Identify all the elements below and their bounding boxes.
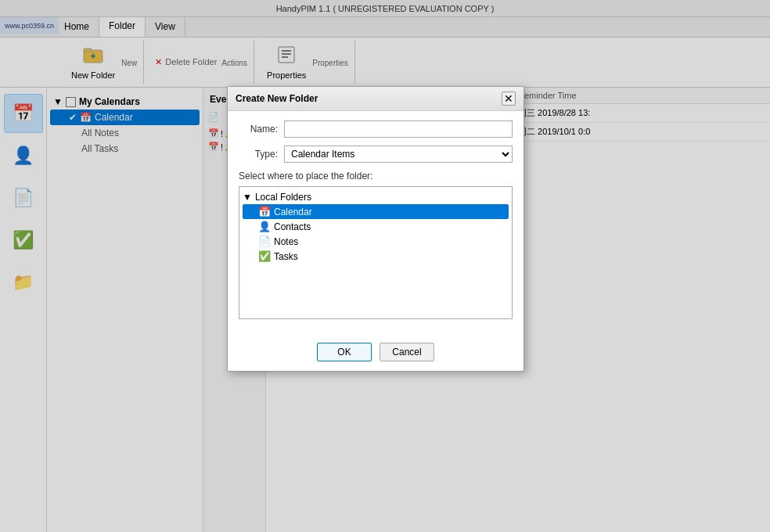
ftree-item-calendar[interactable]: 📅 Calendar bbox=[243, 204, 509, 219]
cancel-button[interactable]: Cancel bbox=[380, 343, 434, 361]
type-row: Type: Calendar Items Contact Items Note … bbox=[239, 146, 513, 163]
ftree-item-label-contacts: Contacts bbox=[274, 221, 311, 232]
type-label: Type: bbox=[239, 149, 278, 160]
ftree-tasks-icon: ✅ bbox=[258, 250, 271, 262]
ftree-item-contacts[interactable]: 👤 Contacts bbox=[243, 219, 509, 234]
create-folder-dialog: Create New Folder ✕ Name: Type: Calendar… bbox=[227, 86, 524, 372]
ftree-calendar-icon: 📅 bbox=[258, 206, 271, 217]
dialog-footer: OK Cancel bbox=[228, 336, 524, 371]
type-select[interactable]: Calendar Items Contact Items Note Items … bbox=[284, 146, 513, 163]
dialog-close-button[interactable]: ✕ bbox=[502, 92, 516, 106]
dialog-title: Create New Folder bbox=[236, 93, 318, 104]
ok-button[interactable]: OK bbox=[317, 343, 372, 361]
ftree-root-label: Local Folders bbox=[255, 192, 311, 203]
ftree-item-tasks[interactable]: ✅ Tasks bbox=[243, 249, 509, 264]
ftree-expand-icon: ▼ bbox=[243, 192, 252, 203]
ftree-item-label-calendar: Calendar bbox=[274, 207, 312, 217]
ftree-contacts-icon: 👤 bbox=[258, 221, 271, 232]
name-row: Name: bbox=[239, 120, 513, 138]
ftree-root[interactable]: ▼ Local Folders bbox=[243, 190, 509, 204]
ftree-item-label-notes: Notes bbox=[274, 236, 298, 247]
placement-label: Select where to place the folder: bbox=[239, 171, 513, 182]
ftree-item-label-tasks: Tasks bbox=[274, 251, 298, 262]
dialog-titlebar: Create New Folder ✕ bbox=[228, 87, 524, 111]
ftree-notes-icon: 📄 bbox=[258, 235, 271, 247]
ftree-item-notes[interactable]: 📄 Notes bbox=[243, 234, 509, 249]
name-input[interactable] bbox=[284, 120, 513, 138]
name-label: Name: bbox=[239, 124, 278, 135]
dialog-body: Name: Type: Calendar Items Contact Items… bbox=[228, 111, 524, 336]
folder-tree-box[interactable]: ▼ Local Folders 📅 Calendar 👤 Contacts 📄 … bbox=[239, 186, 513, 319]
